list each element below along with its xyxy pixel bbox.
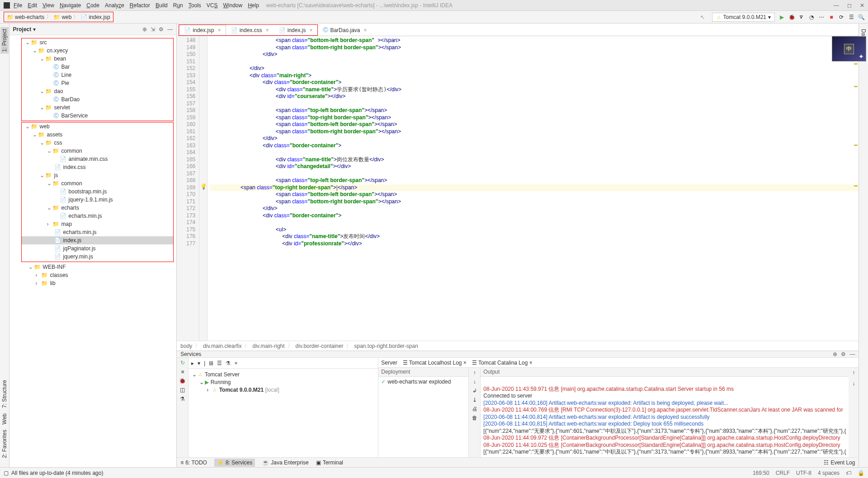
- crumb-body[interactable]: body: [180, 343, 192, 349]
- tree-animate[interactable]: animate.min.css: [69, 156, 108, 162]
- tree-webinf[interactable]: WEB-INF: [43, 264, 66, 270]
- project-tree[interactable]: ⌄📁src ⌄📁cn.xyecy ⌄📁bean ⒸBar ⒸLine ⒸPie …: [9, 35, 177, 467]
- expand-icon[interactable]: ⊕: [833, 351, 837, 357]
- tree-src[interactable]: src: [40, 39, 47, 46]
- error-stripe[interactable]: [853, 36, 858, 341]
- tree-echarts[interactable]: echarts: [61, 205, 79, 211]
- scroll-down-icon[interactable]: ↓: [852, 380, 855, 387]
- up-icon[interactable]: ↑: [473, 370, 476, 376]
- menu-code[interactable]: Code: [86, 2, 99, 9]
- stop-icon[interactable]: ■: [828, 14, 835, 20]
- hide-icon[interactable]: —: [167, 26, 173, 33]
- file-encoding[interactable]: UTF-8: [796, 470, 811, 476]
- tree-jqpag[interactable]: jqPaginator.js: [63, 245, 96, 252]
- maximize-icon[interactable]: ◻: [847, 2, 852, 9]
- crumb-main[interactable]: div.main.clearfix: [203, 343, 241, 349]
- stop-icon[interactable]: ■: [181, 369, 184, 375]
- attach-icon[interactable]: ⋯: [818, 14, 825, 20]
- tab-favorites[interactable]: 2: Favorites: [0, 428, 9, 460]
- tab-index-js[interactable]: 📄index.js×: [274, 25, 318, 35]
- down-icon[interactable]: ↓: [473, 379, 476, 385]
- search-icon[interactable]: 🔍: [858, 14, 864, 20]
- menu-file[interactable]: File: [14, 2, 22, 9]
- menu-build[interactable]: Build: [156, 2, 168, 9]
- tree-bar[interactable]: Bar: [61, 64, 70, 70]
- tree-barservice[interactable]: BarService: [61, 112, 88, 119]
- status-icon[interactable]: ▢: [4, 470, 9, 476]
- tree-pkg[interactable]: cn.xyecy: [47, 47, 68, 54]
- tree-echartsmin1[interactable]: echarts.min.js: [69, 213, 102, 219]
- line-separator[interactable]: CRLF: [776, 470, 790, 476]
- list-icon[interactable]: ☰: [217, 360, 222, 366]
- menu-tools[interactable]: Tools: [189, 2, 201, 9]
- menu-navigate[interactable]: Navigate: [60, 2, 81, 9]
- debug-icon[interactable]: 🐞: [788, 14, 795, 20]
- tree-css[interactable]: css: [54, 140, 62, 146]
- tab-catalina-log[interactable]: ☰ Tomcat Catalina Log ×: [472, 360, 533, 366]
- tree-classes[interactable]: classes: [50, 272, 68, 278]
- menu-window[interactable]: Window: [223, 2, 242, 9]
- tree-map[interactable]: map: [61, 221, 72, 227]
- close-icon[interactable]: ×: [363, 27, 367, 33]
- menu-refactor[interactable]: Refactor: [130, 2, 150, 9]
- structure-icon[interactable]: ☰: [848, 14, 854, 20]
- menu-run[interactable]: Run: [173, 2, 183, 9]
- tab-web[interactable]: Web: [0, 412, 9, 426]
- close-icon[interactable]: ✕: [860, 2, 864, 9]
- tree-line[interactable]: Line: [61, 72, 72, 78]
- menu-analyze[interactable]: Analyze: [105, 2, 124, 9]
- ime-indicator[interactable]: 中 ✦: [832, 36, 866, 61]
- tree-indexcss[interactable]: index.css: [63, 164, 86, 170]
- deploy-artifact[interactable]: ✓web-echarts:war exploded: [378, 377, 468, 387]
- collapse-icon[interactable]: ⇲: [151, 26, 155, 33]
- tree-indexjs[interactable]: index.js: [63, 237, 82, 244]
- tab-index-jsp[interactable]: 📄index.jsp×: [179, 25, 226, 35]
- scroll-icon[interactable]: ⤓: [472, 397, 477, 403]
- bulb-icon[interactable]: 💡: [200, 183, 207, 190]
- filter-icon[interactable]: ⚗: [226, 360, 231, 366]
- menu-help[interactable]: Help: [248, 2, 259, 9]
- tab-jee[interactable]: ☕ Java Enterprise: [262, 459, 308, 466]
- tab-bardao-java[interactable]: ⒸBarDao.java×: [318, 24, 372, 36]
- indent-settings[interactable]: 4 spaces: [818, 470, 840, 476]
- menu-vcs[interactable]: VCS: [207, 2, 218, 9]
- profile-icon[interactable]: ◔: [808, 14, 815, 20]
- close-icon[interactable]: ×: [309, 27, 312, 33]
- hide-icon[interactable]: —: [849, 351, 855, 357]
- tree-echartsmin2[interactable]: echarts.min.js: [63, 229, 97, 235]
- filter-icon[interactable]: ⚗: [180, 396, 185, 402]
- tree-js[interactable]: js: [54, 172, 58, 178]
- tab-services[interactable]: ⚡ 8: Services: [214, 459, 255, 467]
- code-editor[interactable]: 1481491501511521531541551561571581591601…: [177, 36, 859, 341]
- nav-back-icon[interactable]: ↖: [700, 14, 705, 20]
- tab-localhost-log[interactable]: ☰ Tomcat Localhost Log ×: [403, 360, 467, 366]
- breadcrumb-web[interactable]: 📁web: [53, 14, 71, 20]
- print-icon[interactable]: 🖨: [472, 406, 477, 412]
- minimize-icon[interactable]: —: [834, 2, 839, 9]
- target-icon[interactable]: ⊕: [142, 26, 147, 33]
- tab-project[interactable]: 1: Project: [0, 27, 9, 54]
- tree-lib[interactable]: lib: [50, 280, 56, 286]
- tree-dao[interactable]: dao: [54, 88, 63, 94]
- tree-assets[interactable]: assets: [47, 131, 63, 138]
- tree-jquery191[interactable]: jquery-1.9.1.min.js: [69, 197, 113, 203]
- tree-jquerymin[interactable]: jquery.min.js: [63, 253, 93, 260]
- add-icon[interactable]: +: [234, 360, 237, 366]
- clear-icon[interactable]: 🗑: [472, 415, 477, 421]
- coverage-icon[interactable]: ⛛: [798, 14, 805, 20]
- wrap-icon[interactable]: ↲: [472, 388, 477, 394]
- console-output[interactable]: 08-Jun-2020 11:43:59.971 信息 [main] org.a…: [481, 377, 849, 464]
- tree-common2[interactable]: common: [61, 180, 82, 187]
- crumb-mainright[interactable]: div.main-right: [252, 343, 284, 349]
- tab-todo[interactable]: ≡ 6: TODO: [180, 459, 207, 466]
- services-tree[interactable]: ⌄⛬ Tomcat Server ⌄▶ Running ›⛬ Tomcat 9.…: [189, 369, 378, 464]
- tree-pie[interactable]: Pie: [61, 80, 69, 86]
- expand-all-icon[interactable]: ▸: [191, 360, 194, 366]
- menu-edit[interactable]: Edit: [28, 2, 37, 9]
- update-icon[interactable]: ⟳: [838, 14, 844, 20]
- project-view-dropdown[interactable]: Project ▾: [13, 26, 36, 33]
- collapse-all-icon[interactable]: ▾: [198, 360, 200, 366]
- rerun-icon[interactable]: ↻: [180, 360, 185, 366]
- tree-bootstrap[interactable]: bootstrap.min.js: [69, 188, 107, 195]
- cursor-position[interactable]: 169:50: [753, 470, 769, 476]
